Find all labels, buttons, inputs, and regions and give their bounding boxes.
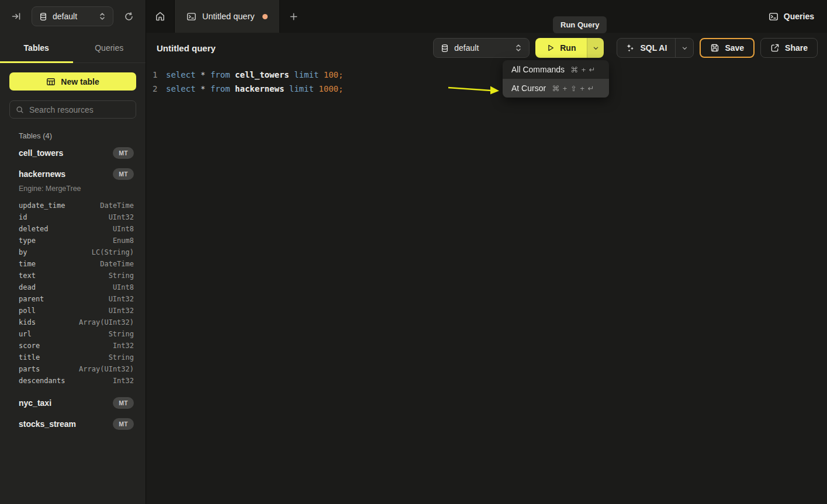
table-row[interactable]: cell_towersMT <box>9 142 136 164</box>
code-lines: 1select * from cell_towers limit 100;2se… <box>146 68 827 96</box>
table-name: cell_towers <box>19 148 63 158</box>
column-type: UInt32 <box>109 307 134 315</box>
column-name: descendants <box>19 377 65 385</box>
code-token: 100; <box>324 70 344 79</box>
column-row[interactable]: parentUInt32 <box>9 293 136 305</box>
sidebar: Tables Queries New table Tables (4) <box>0 33 146 504</box>
updown-chevron-icon <box>99 12 106 20</box>
query-title: Untitled query <box>157 43 216 53</box>
column-row[interactable]: kidsArray(UInt32) <box>9 317 136 328</box>
column-name: text <box>19 272 36 280</box>
code-token: 1000; <box>319 84 343 93</box>
refresh-button[interactable] <box>122 9 136 24</box>
table-name: hackernews <box>19 169 65 179</box>
sql-ai-options-button[interactable] <box>675 39 693 57</box>
column-type: String <box>109 272 134 280</box>
queries-panel-button[interactable]: Queries <box>756 0 827 33</box>
column-type: Int32 <box>113 377 134 385</box>
column-row[interactable]: update_timeDateTime <box>9 200 136 211</box>
table-row[interactable]: stocks_streamMT <box>9 413 136 435</box>
column-row[interactable]: typeEnum8 <box>9 235 136 246</box>
sql-ai-button[interactable]: SQL AI <box>617 39 675 57</box>
share-button-label: Share <box>785 43 808 53</box>
column-row[interactable]: urlString <box>9 328 136 340</box>
app-window: default Untitled query <box>0 0 827 504</box>
column-row[interactable]: idUInt32 <box>9 211 136 223</box>
menu-item-label: At Cursor <box>511 84 546 93</box>
column-row[interactable]: pollUInt32 <box>9 305 136 317</box>
column-name: time <box>19 260 36 269</box>
table-row[interactable]: nyc_taxiMT <box>9 392 136 413</box>
column-row[interactable]: timeDateTime <box>9 258 136 270</box>
column-row[interactable]: descendantsInt32 <box>9 375 136 387</box>
column-row[interactable]: textString <box>9 270 136 281</box>
column-row[interactable]: partsArray(UInt32) <box>9 363 136 375</box>
refresh-icon <box>124 12 134 22</box>
search-input[interactable] <box>29 105 130 114</box>
column-type: Array(UInt32) <box>79 365 134 374</box>
line-number: 2 <box>153 82 165 96</box>
code-line: 1select * from cell_towers limit 100; <box>146 68 827 82</box>
column-name: type <box>19 237 36 245</box>
column-row[interactable]: deletedUInt8 <box>9 223 136 235</box>
table-row[interactable]: hackernewsMT <box>9 164 136 185</box>
run-options-menu: All Commands⌘ + ↵At Cursor⌘ + ⇧ + ↵ <box>503 60 609 98</box>
column-type: LC(String) <box>92 248 134 257</box>
sidebar-tab-queries[interactable]: Queries <box>73 33 146 62</box>
top-bar: default Untitled query <box>0 0 827 33</box>
run-options-button[interactable] <box>587 38 604 58</box>
sidebar-database-select[interactable]: default <box>32 6 113 26</box>
column-type: Array(UInt32) <box>79 318 134 327</box>
topbar-left: default <box>0 0 146 33</box>
code-token: from <box>210 70 235 79</box>
tabstrip-spacer <box>307 0 755 33</box>
tab-untitled-query[interactable]: Untitled query <box>174 0 280 33</box>
new-table-button[interactable]: New table <box>9 72 136 91</box>
column-type: UInt32 <box>109 295 134 304</box>
code-token: * <box>200 84 210 93</box>
sql-editor[interactable]: 1select * from cell_towers limit 100;2se… <box>146 63 827 504</box>
query-database-select[interactable]: default <box>433 38 530 58</box>
database-icon <box>39 12 47 21</box>
column-row[interactable]: titleString <box>9 352 136 363</box>
column-name: parent <box>19 295 44 304</box>
sparkles-icon <box>625 43 635 53</box>
new-table-label: New table <box>61 77 99 86</box>
home-button[interactable] <box>146 0 174 33</box>
sql-ai-label: SQL AI <box>640 43 667 53</box>
plus-icon <box>289 12 298 21</box>
column-type: String <box>109 353 134 362</box>
save-button[interactable]: Save <box>700 38 755 58</box>
column-name: poll <box>19 307 36 315</box>
main-panel: Untitled query default <box>146 33 827 504</box>
menu-item-at-cursor[interactable]: At Cursor⌘ + ⇧ + ↵ <box>503 79 609 98</box>
database-icon <box>441 44 449 53</box>
code-text: select * from hackernews limit 1000; <box>166 82 343 96</box>
code-token: select <box>166 70 200 79</box>
column-name: parts <box>19 365 40 374</box>
share-button[interactable]: Share <box>760 38 818 58</box>
menu-item-shortcut: ⌘ + ↵ <box>570 65 596 74</box>
search-icon <box>16 106 24 114</box>
chevron-down-icon <box>593 45 599 51</box>
column-row[interactable]: deadUInt8 <box>9 281 136 293</box>
column-row[interactable]: scoreInt32 <box>9 340 136 352</box>
table-grid-icon <box>46 77 56 86</box>
collapse-sidebar-icon <box>12 12 21 21</box>
run-split-button: Run <box>535 38 604 58</box>
run-button[interactable]: Run <box>535 38 587 58</box>
new-tab-button[interactable] <box>280 0 307 33</box>
column-name: id <box>19 213 27 222</box>
table-name: stocks_stream <box>19 419 76 429</box>
column-row[interactable]: byLC(String) <box>9 246 136 258</box>
code-token: limit <box>289 84 319 93</box>
sql-ai-split-button: SQL AI <box>617 38 694 58</box>
sidebar-database-value: default <box>53 12 94 21</box>
sidebar-tab-tables[interactable]: Tables <box>0 33 73 62</box>
collapse-sidebar-button[interactable] <box>9 9 23 23</box>
query-database-value: default <box>454 43 510 53</box>
menu-item-all-commands[interactable]: All Commands⌘ + ↵ <box>503 60 609 79</box>
column-name: update_time <box>19 201 65 210</box>
home-icon <box>155 11 165 22</box>
code-token: cell_towers <box>235 70 294 79</box>
